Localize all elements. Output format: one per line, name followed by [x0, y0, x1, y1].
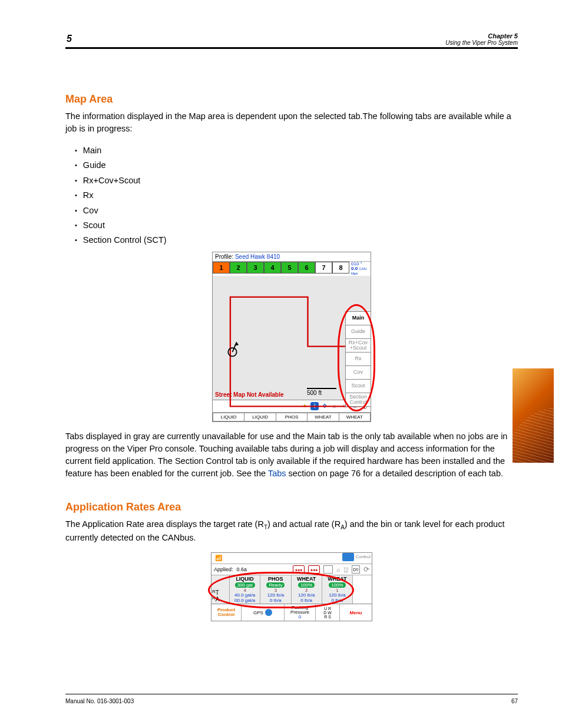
rate-top-bar: 📶 Control: [211, 553, 372, 564]
scale-bar: 500 ft: [307, 388, 336, 396]
applied-row: Applied: 0.6a ●●● ●●● ⌕ ⍰ DD ⟳: [211, 564, 372, 575]
side-tab-sct[interactable]: Section Control: [345, 393, 371, 407]
dd-icon[interactable]: DD: [352, 565, 360, 574]
tab-list-item: Cov: [75, 203, 518, 218]
street-map-msg: Street Map Not Available: [215, 391, 284, 398]
status-icon[interactable]: [323, 565, 333, 574]
tab-list: Main Guide Rx+Cov+Scout Rx Cov Scout Sec…: [75, 143, 518, 248]
help-icon[interactable]: ⍰: [344, 566, 348, 573]
section-status-row: 1 2 3 4 5 6 7 8 010 ° 0.0 CAN Mph: [213, 262, 371, 276]
profile-bar: Profile: Seed Hawk 8410: [213, 252, 371, 262]
gps-status[interactable]: GPS: [242, 604, 285, 621]
svg-marker-2: [234, 342, 239, 345]
rate-column[interactable]: WHEAT 100% 2 120 lb/a 0 lb/a: [291, 575, 322, 604]
section-indicator[interactable]: 6: [298, 262, 315, 274]
section-indicator[interactable]: 8: [332, 262, 349, 274]
packing-pressure[interactable]: Packing Pressure 0: [285, 604, 316, 621]
map-intro-paragraph: The information displayed in the Map are…: [65, 110, 518, 135]
rates-intro-paragraph: The Application Rate area displays the t…: [65, 518, 518, 544]
side-tab-cov[interactable]: Cov: [345, 365, 371, 379]
zoom-icon[interactable]: ⌕: [336, 566, 340, 573]
footer-page-no: 67: [511, 698, 518, 704]
applied-label: Applied:: [214, 566, 233, 572]
section-indicator[interactable]: 3: [247, 262, 264, 274]
tab-list-item: Scout: [75, 218, 518, 233]
rate-column[interactable]: PHOS Ready 3 120 lb/a 0 lb/a: [260, 575, 290, 604]
tab-list-item: Main: [75, 143, 518, 158]
section-indicator[interactable]: 1: [213, 262, 230, 274]
profile-label: Profile:: [215, 253, 233, 260]
section-indicator[interactable]: 2: [230, 262, 247, 274]
tabs-link[interactable]: Tabs: [268, 469, 286, 478]
chapter-line-1: Chapter 5: [445, 32, 518, 39]
map-footer-paragraph: Tabs displayed in gray are currently una…: [65, 430, 518, 480]
side-tab-strip: Main Guide Rx+Cov +Scout Rx Cov Scout Se…: [345, 311, 371, 407]
side-tab-guide[interactable]: Guide: [345, 325, 371, 338]
status-icon[interactable]: ●●●: [293, 565, 305, 574]
rate-bottom-row: Product Control GPS Packing Pressure 0 U…: [211, 604, 372, 621]
rate-row-labels: RT RA: [211, 575, 229, 604]
side-tab-scout[interactable]: Scout: [345, 379, 371, 393]
rate-screenshot: 📶 Control Applied: 0.6a ●●● ●●● ⌕ ⍰ DD ⟳…: [211, 552, 372, 621]
gps-dot-icon: [265, 609, 272, 616]
side-tab-rx[interactable]: Rx: [345, 352, 371, 365]
gps-speed: 0.0: [351, 266, 358, 271]
tab-list-item: Section Control (SCT): [75, 233, 518, 248]
tab-list-item: Rx: [75, 188, 518, 203]
tab-list-item: Guide: [75, 158, 518, 173]
map-screenshot: Profile: Seed Hawk 8410 1 2 3 4 5 6 7 8 …: [212, 252, 371, 422]
section-title-map-area: Map Area: [65, 93, 518, 106]
rate-column[interactable]: WHEAT 100% 1 120 lb/a 0 lb/a: [322, 575, 352, 604]
map-canvas[interactable]: Street Map Not Available 500 ft Main Gui…: [213, 276, 371, 400]
wifi-icon: 📶: [215, 555, 222, 561]
status-letters[interactable]: U R D W R S: [316, 604, 340, 621]
status-icon[interactable]: ●●●: [308, 565, 320, 574]
page-footer: Manual No. 016-3001-003 67: [65, 694, 518, 704]
section-indicator[interactable]: 7: [315, 262, 332, 274]
refresh-icon[interactable]: ⟳: [363, 565, 369, 574]
control-label: Control: [355, 554, 371, 559]
section-indicator[interactable]: 4: [264, 262, 281, 274]
rate-column[interactable]: LIQUID 300 gal 4 40.0 gal/a 00.0 gal/a: [229, 575, 260, 604]
menu-button[interactable]: Menu: [340, 604, 372, 621]
conn-icon[interactable]: [342, 553, 354, 561]
product-control-button[interactable]: Product Control: [211, 604, 242, 621]
chapter-line-2: Using the Viper Pro System: [445, 39, 518, 46]
tab-list-item: Rx+Cov+Scout: [75, 173, 518, 188]
page-header: 5 Chapter 5 Using the Viper Pro System: [65, 31, 518, 49]
section-title-rates: Application Rates Area: [65, 501, 518, 513]
decorative-side-art: [513, 368, 554, 463]
rate-table[interactable]: RT RA LIQUID 300 gal 4 40.0 gal/a 00.0 g…: [211, 575, 372, 604]
side-tab-main[interactable]: Main: [345, 311, 371, 325]
page-content: Map Area The information displayed in th…: [65, 72, 518, 621]
profile-name: Seed Hawk 8410: [235, 253, 280, 260]
footer-manual-no: Manual No. 016-3001-003: [65, 698, 134, 704]
side-tab-rxcovscout[interactable]: Rx+Cov +Scout: [345, 338, 371, 352]
applied-value: 0.6a: [237, 566, 247, 572]
section-indicator[interactable]: 5: [281, 262, 298, 274]
subscript-A: A: [340, 524, 345, 531]
chapter-number: 5: [65, 34, 72, 44]
gps-readout: 010 ° 0.0 CAN Mph: [349, 262, 371, 276]
chapter-title-block: Chapter 5 Using the Viper Pro System: [445, 32, 518, 46]
